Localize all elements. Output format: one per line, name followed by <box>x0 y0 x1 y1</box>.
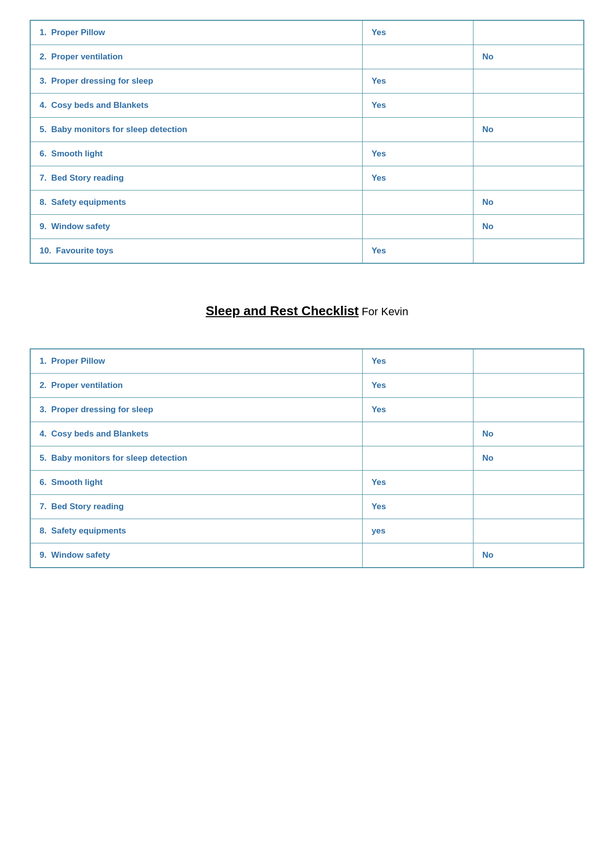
item-name: 5. Baby monitors for sleep detection <box>30 118 362 142</box>
no-cell <box>473 69 584 94</box>
item-name: 1. Proper Pillow <box>30 20 362 45</box>
item-name: 2. Proper ventilation <box>30 374 362 398</box>
table-row: 1. Proper Pillow Yes <box>30 349 584 374</box>
no-cell: No <box>473 446 584 471</box>
item-name: 5. Baby monitors for sleep detection <box>30 446 362 471</box>
yes-cell: Yes <box>362 166 473 191</box>
table-row: 3. Proper dressing for sleep Yes <box>30 398 584 422</box>
item-name: 6. Smooth light <box>30 471 362 495</box>
no-cell <box>473 398 584 422</box>
no-cell <box>473 166 584 191</box>
no-cell: No <box>473 543 584 568</box>
yes-cell: Yes <box>362 142 473 166</box>
yes-cell: Yes <box>362 94 473 118</box>
item-name: 9. Window safety <box>30 543 362 568</box>
table-row: 9. Window safety No <box>30 215 584 239</box>
table-row: 9. Window safety No <box>30 543 584 568</box>
checklist-section-1: 1. Proper Pillow Yes 2. Proper ventilati… <box>30 20 584 264</box>
table-row: 3. Proper dressing for sleep Yes <box>30 69 584 94</box>
yes-cell: yes <box>362 519 473 543</box>
table-row: 6. Smooth light Yes <box>30 142 584 166</box>
table-row: 2. Proper ventilation No <box>30 45 584 69</box>
table-row: 6. Smooth light Yes <box>30 471 584 495</box>
no-cell <box>473 142 584 166</box>
table-row: 7. Bed Story reading Yes <box>30 495 584 519</box>
item-name: 2. Proper ventilation <box>30 45 362 69</box>
table-row: 2. Proper ventilation Yes <box>30 374 584 398</box>
table-row: 7. Bed Story reading Yes <box>30 166 584 191</box>
no-cell: No <box>473 191 584 215</box>
section-title-underline: Sleep and Rest Checklist <box>206 303 359 318</box>
yes-cell: Yes <box>362 495 473 519</box>
table-row: 4. Cosy beds and Blankets Yes <box>30 94 584 118</box>
item-name: 4. Cosy beds and Blankets <box>30 94 362 118</box>
yes-cell <box>362 191 473 215</box>
checklist-table-1: 1. Proper Pillow Yes 2. Proper ventilati… <box>30 20 584 264</box>
yes-cell: Yes <box>362 374 473 398</box>
yes-cell <box>362 446 473 471</box>
item-name: 7. Bed Story reading <box>30 495 362 519</box>
no-cell: No <box>473 422 584 446</box>
yes-cell <box>362 45 473 69</box>
table-row: 5. Baby monitors for sleep detection No <box>30 446 584 471</box>
item-name: 8. Safety equipments <box>30 191 362 215</box>
no-cell: No <box>473 118 584 142</box>
item-name: 1. Proper Pillow <box>30 349 362 374</box>
no-cell <box>473 374 584 398</box>
item-name: 10. Favourite toys <box>30 239 362 264</box>
item-name: 7. Bed Story reading <box>30 166 362 191</box>
section-title: Sleep and Rest Checklist For Kevin <box>30 303 584 319</box>
table-row: 10. Favourite toys Yes <box>30 239 584 264</box>
no-cell <box>473 349 584 374</box>
yes-cell: Yes <box>362 20 473 45</box>
no-cell <box>473 471 584 495</box>
table-row: 5. Baby monitors for sleep detection No <box>30 118 584 142</box>
no-cell: No <box>473 45 584 69</box>
no-cell <box>473 239 584 264</box>
no-cell <box>473 20 584 45</box>
no-cell <box>473 495 584 519</box>
item-name: 3. Proper dressing for sleep <box>30 398 362 422</box>
yes-cell: Yes <box>362 471 473 495</box>
no-cell <box>473 519 584 543</box>
yes-cell: Yes <box>362 69 473 94</box>
table-row: 8. Safety equipments No <box>30 191 584 215</box>
yes-cell: Yes <box>362 239 473 264</box>
yes-cell <box>362 118 473 142</box>
item-name: 3. Proper dressing for sleep <box>30 69 362 94</box>
table-row: 1. Proper Pillow Yes <box>30 20 584 45</box>
table-row: 8. Safety equipments yes <box>30 519 584 543</box>
no-cell: No <box>473 215 584 239</box>
table-row: 4. Cosy beds and Blankets No <box>30 422 584 446</box>
checklist-table-2: 1. Proper Pillow Yes 2. Proper ventilati… <box>30 348 584 568</box>
yes-cell <box>362 215 473 239</box>
yes-cell: Yes <box>362 349 473 374</box>
yes-cell <box>362 543 473 568</box>
item-name: 8. Safety equipments <box>30 519 362 543</box>
checklist-section-2: 1. Proper Pillow Yes 2. Proper ventilati… <box>30 348 584 568</box>
item-name: 6. Smooth light <box>30 142 362 166</box>
item-name: 4. Cosy beds and Blankets <box>30 422 362 446</box>
item-name: 9. Window safety <box>30 215 362 239</box>
section-title-normal: For Kevin <box>359 305 408 318</box>
no-cell <box>473 94 584 118</box>
yes-cell <box>362 422 473 446</box>
yes-cell: Yes <box>362 398 473 422</box>
